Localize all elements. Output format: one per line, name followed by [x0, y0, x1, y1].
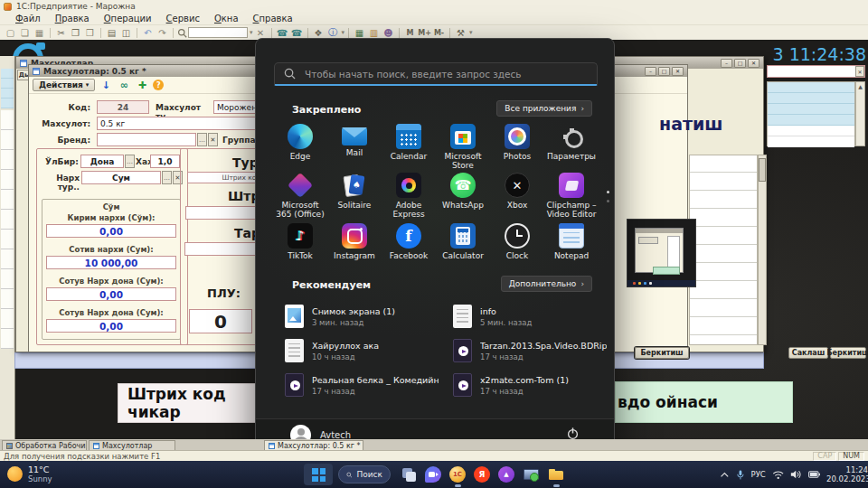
pinned-app-clock[interactable]: Clock — [490, 221, 544, 268]
print-preview-icon[interactable]: ◫ — [119, 26, 133, 39]
maximize-icon[interactable]: □ — [658, 67, 670, 76]
actions-button[interactable]: Действия▾ — [33, 79, 95, 91]
menu-edit[interactable]: Правка — [49, 14, 96, 23]
taskbar-search[interactable]: Поиск — [338, 465, 391, 483]
m-plus-button[interactable]: М+ — [418, 26, 431, 39]
copy-icon[interactable]: ❐ — [69, 26, 82, 39]
pinned-app-xbox[interactable]: Xbox — [490, 171, 544, 221]
unit-sell-price-field[interactable]: 0,00 — [46, 287, 176, 301]
pinned-app-calendar[interactable]: Calendar — [382, 122, 436, 171]
wrench-icon[interactable]: ⚒ — [454, 26, 467, 39]
task-view-icon[interactable] — [401, 466, 417, 483]
background-filter-field[interactable] — [767, 65, 865, 78]
search-icon[interactable] — [177, 28, 187, 38]
microphone-icon[interactable] — [736, 468, 745, 482]
save-icon[interactable]: ▦ — [33, 26, 46, 39]
cut-icon[interactable]: ✂ — [54, 26, 68, 39]
minimize-icon[interactable]: – — [721, 59, 732, 68]
phone-icon[interactable]: ☎ — [276, 26, 289, 39]
recommended-item[interactable]: Tarzan.2013.Spa.Video.BDRip.1080p...17 ч… — [449, 333, 599, 368]
pinned-app-store[interactable]: Microsoft Store — [436, 122, 490, 171]
brand-field[interactable] — [97, 133, 196, 146]
close-button-fragment[interactable]: Беркитиш — [635, 347, 689, 359]
recommended-item[interactable]: Реальная белка _ Комедийный му...17 ч на… — [281, 368, 449, 402]
battery-icon[interactable] — [808, 470, 820, 479]
m-button[interactable]: М — [403, 26, 417, 39]
page-dot-active[interactable] — [607, 191, 609, 193]
new-icon[interactable]: ▢ — [4, 26, 17, 39]
view-icon[interactable]: ∞ — [117, 79, 131, 91]
info-dropdown-icon[interactable]: ▾ — [342, 29, 345, 36]
recommended-item[interactable]: Снимок экрана (1)3 мин. назад — [281, 299, 449, 333]
pinned-app-facebook[interactable]: Facebook — [382, 221, 436, 268]
phone-back-icon[interactable]: ☎ — [290, 26, 304, 39]
unit-field[interactable]: Дона — [80, 155, 124, 168]
wrench-dropdown-icon[interactable]: ▾ — [469, 29, 473, 36]
pinned-app-m365[interactable]: Microsoft 365 (Office) — [273, 171, 327, 221]
pinned-app-edge[interactable]: Edge — [273, 122, 327, 171]
pinned-app-photos[interactable]: Photos — [490, 122, 544, 171]
info-icon[interactable]: ⓘ — [326, 26, 340, 39]
trade-window-button[interactable]: вдо ойнаси — [615, 381, 793, 423]
close-icon[interactable]: ✕ — [672, 67, 684, 76]
start-search-input[interactable] — [303, 68, 588, 80]
background-scrollbar[interactable] — [758, 155, 767, 345]
chat-icon[interactable] — [425, 466, 441, 483]
code-field[interactable]: 24 — [97, 100, 149, 114]
tab-product-form[interactable]: Махсулотлар: 0.5 кг * — [264, 440, 363, 450]
tray-clock[interactable]: 11:24 20.02.2023 — [826, 465, 868, 483]
pinned-app-mail[interactable]: Mail — [327, 122, 382, 171]
page-dot[interactable] — [607, 200, 609, 202]
menu-file[interactable]: Файл — [9, 14, 47, 23]
table-icon[interactable]: ▦ — [353, 26, 366, 39]
language-indicator[interactable]: РУС — [751, 470, 766, 479]
window-copy-icon[interactable]: ❖ — [312, 26, 326, 39]
menu-operations[interactable]: Операции — [98, 14, 158, 23]
brand-picker-icon[interactable]: … — [197, 133, 207, 146]
pinned-app-adobe-express[interactable]: Adobe Express — [382, 171, 436, 221]
all-apps-button[interactable]: Все приложения› — [496, 100, 592, 117]
tab-products[interactable]: Махсулотлар — [89, 440, 175, 450]
paste-icon[interactable]: ❒ — [83, 26, 97, 39]
yandex-browser-icon[interactable]: Я — [474, 466, 490, 483]
yandex-disk-icon[interactable]: ▲ — [498, 466, 514, 483]
recommended-item[interactable]: x2mate.com-Tom (1)17 ч назад — [449, 368, 599, 402]
tray-chevron-icon[interactable] — [720, 470, 730, 479]
calendar-icon[interactable]: ▥ — [367, 26, 381, 39]
recommended-item[interactable]: info5 мин. назад — [449, 299, 599, 333]
close-icon[interactable]: ✕ — [748, 59, 760, 68]
toolbar-search-input[interactable] — [188, 27, 248, 38]
recommended-item[interactable]: Хайруллох ака10 ч назад — [281, 333, 449, 368]
list-scrollbar[interactable]: ▲ — [855, 81, 865, 146]
save-button[interactable]: Саклаш — [788, 347, 828, 359]
pinned-app-clipchamp[interactable]: Clipchamp – Video Editor — [544, 171, 599, 221]
incoming-price-field[interactable]: 0,00 — [46, 224, 176, 238]
price-type-picker-icon[interactable]: … — [162, 171, 172, 184]
file-explorer-icon[interactable] — [548, 466, 564, 483]
minimize-icon[interactable]: – — [645, 67, 656, 76]
menu-service[interactable]: Сервис — [160, 14, 206, 23]
pinned-app-solitaire[interactable]: Solitaire — [327, 171, 382, 221]
clear-search-icon[interactable]: ✕ — [254, 26, 268, 39]
menu-windows[interactable]: Окна — [208, 14, 245, 23]
unit-picker-icon[interactable]: … — [125, 155, 135, 168]
selling-price-field[interactable]: 10 000,00 — [46, 256, 176, 269]
pinned-app-notepad[interactable]: Notepad — [544, 221, 599, 268]
brand-clear-icon[interactable]: ✕ — [208, 133, 218, 146]
menu-help[interactable]: Справка — [247, 14, 299, 23]
pinned-app-tiktok[interactable]: TikTok — [273, 221, 327, 268]
qty-field[interactable]: 1,0 — [150, 155, 180, 168]
undo-icon[interactable]: ↶ — [141, 26, 155, 39]
unit-sell-price-field2[interactable]: 0,00 — [46, 319, 176, 333]
add-icon[interactable]: ✚ — [135, 79, 149, 91]
close-button[interactable]: Беркитиш — [830, 347, 866, 359]
tab-desktop-processing[interactable]: Обработка Рабочий сто.. — [2, 440, 87, 450]
users-icon[interactable]: ☻ — [382, 26, 395, 39]
open-icon[interactable]: ❏ — [18, 26, 32, 39]
1c-taskbar-icon[interactable]: 1С — [449, 466, 466, 483]
wifi-icon[interactable] — [772, 470, 784, 480]
redo-icon[interactable]: ↷ — [156, 26, 169, 39]
pinned-app-calculator[interactable]: Calculator — [436, 221, 490, 268]
price-type-field[interactable]: Сум — [81, 171, 161, 184]
more-button[interactable]: Дополнительно› — [501, 276, 592, 292]
